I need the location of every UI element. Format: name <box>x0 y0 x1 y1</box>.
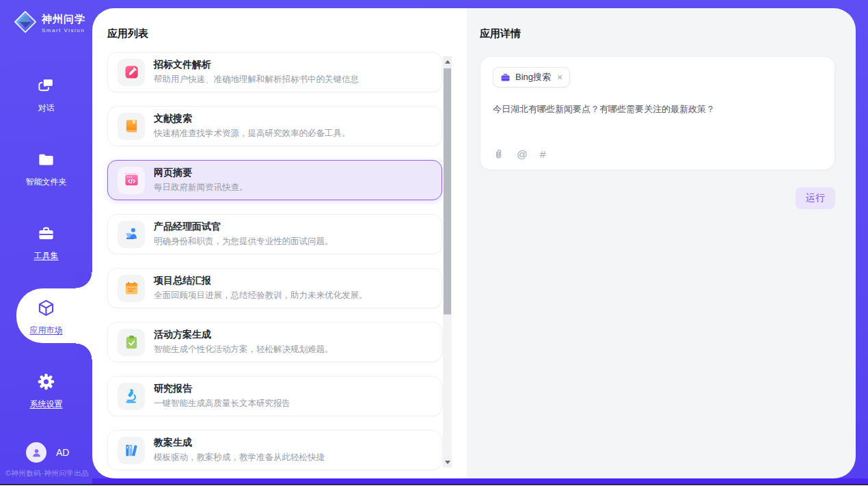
scrollbar-thumb[interactable] <box>444 68 451 314</box>
app-card-name: 项目总结汇报 <box>154 275 368 287</box>
interviewer-icon <box>118 221 145 248</box>
briefcase-icon <box>500 72 511 83</box>
mention-icon[interactable]: @ <box>517 149 528 160</box>
sidebar-item-label: 工具集 <box>0 250 92 262</box>
app-detail-panel: 应用详情 Bing搜索 × 今日湖北有哪些新闻要点？有哪些需要关注的最新政策？ <box>467 8 856 478</box>
app-card-desc: 一键智能生成高质量长文本研究报告 <box>154 398 290 409</box>
sidebar-item-settings[interactable]: 系统设置 <box>0 372 92 410</box>
app-card-desc: 全面回顾项目进展，总结经验教训，助力未来优化发展。 <box>154 290 368 301</box>
scroll-up-button[interactable] <box>443 56 452 67</box>
app-card-desc: 每日政府新闻资讯快查。 <box>154 182 248 193</box>
app-card-tender-analysis[interactable]: 招标文件解析 帮助用户快速、准确地理解和解析招标书中的关键信息 <box>107 52 442 92</box>
report-notepad-icon <box>118 275 145 302</box>
sidebar: 神州问学 Smart Vision 对话 智能文件夹 <box>0 0 92 484</box>
composer-toolbar: @ # <box>493 148 822 160</box>
books-icon <box>118 437 145 464</box>
sidebar-item-toolset[interactable]: 工具集 <box>0 224 92 262</box>
brand-logo: 神州问学 Smart Vision <box>14 10 85 36</box>
sidebar-item-label: 应用市场 <box>0 325 92 336</box>
sidebar-item-chat[interactable]: 对话 <box>0 77 92 114</box>
app-card-name: 网页摘要 <box>154 167 248 179</box>
app-card-name: 产品经理面试官 <box>154 221 334 233</box>
bottom-accent-band <box>92 478 868 484</box>
query-input[interactable]: 今日湖北有哪些新闻要点？有哪些需要关注的最新政策？ <box>493 103 822 148</box>
app-detail-title: 应用详情 <box>480 27 856 40</box>
app-card-desc: 明确身份和职责，为您提供专业性的面试问题。 <box>154 236 334 247</box>
bottom-divider-line <box>0 484 868 485</box>
cube-icon <box>37 299 55 317</box>
tool-tag-label: Bing搜索 <box>515 71 551 83</box>
app-card-event-plan[interactable]: 活动方案生成 智能生成个性化活动方案，轻松解决规划难题。 <box>107 322 442 362</box>
app-card-pm-interviewer[interactable]: 产品经理面试官 明确身份和职责，为您提供专业性的面试问题。 <box>107 214 442 254</box>
chat-icon <box>37 77 55 95</box>
microscope-icon <box>118 383 145 410</box>
app-cards: 招标文件解析 帮助用户快速、准确地理解和解析招标书中的关键信息 <box>107 52 442 470</box>
copyright-footer: ©神州数码·神州问学出品 <box>5 469 89 478</box>
sidebar-item-label: 智能文件夹 <box>0 176 92 188</box>
hash-icon[interactable]: # <box>540 149 546 160</box>
app-card-desc: 快速精准查找学术资源，提高研究效率的必备工具。 <box>154 128 351 139</box>
user-name: AD <box>56 447 69 458</box>
webpage-code-icon <box>118 167 145 194</box>
list-scrollbar[interactable] <box>443 56 452 467</box>
app-card-name: 招标文件解析 <box>154 59 359 71</box>
brand-subtitle: Smart Vision <box>42 27 85 33</box>
query-composer: Bing搜索 × 今日湖北有哪些新闻要点？有哪些需要关注的最新政策？ @ # <box>480 56 835 170</box>
avatar[interactable] <box>26 442 46 463</box>
clipboard-check-icon <box>118 329 145 356</box>
app-card-lesson-plan[interactable]: 教案生成 模板驱动，教案秒成，教学准备从此轻松快捷 <box>107 430 442 470</box>
app-card-name: 研究报告 <box>154 383 290 395</box>
app-card-name: 活动方案生成 <box>154 329 334 341</box>
folder-icon <box>37 150 55 169</box>
user-row: AD <box>26 442 69 463</box>
sidebar-item-app-market[interactable]: 应用市场 <box>0 299 92 336</box>
app-card-name: 文献搜索 <box>154 113 351 125</box>
app-card-desc: 模板驱动，教案秒成，教学准备从此轻松快捷 <box>154 452 325 463</box>
sidebar-item-label: 对话 <box>0 103 92 114</box>
attachment-icon[interactable] <box>493 148 504 160</box>
run-button[interactable]: 运行 <box>796 187 835 209</box>
app-window: 神州问学 Smart Vision 对话 智能文件夹 <box>0 0 868 488</box>
triangle-down-icon <box>445 461 450 464</box>
sidebar-item-label: 系统设置 <box>0 398 92 410</box>
main-content: 应用列表 招标文件解析 帮助用户快速、准确地理解和解析招标书中的关键信息 <box>92 8 856 478</box>
app-list-title: 应用列表 <box>107 27 467 40</box>
triangle-up-icon <box>445 60 450 64</box>
brand-diamond-icon <box>14 10 37 36</box>
close-icon[interactable]: × <box>557 72 562 82</box>
sidebar-item-smart-folder[interactable]: 智能文件夹 <box>0 150 92 188</box>
person-icon <box>31 447 42 459</box>
app-list-panel: 应用列表 招标文件解析 帮助用户快速、准确地理解和解析招标书中的关键信息 <box>92 8 467 478</box>
app-card-desc: 帮助用户快速、准确地理解和解析招标书中的关键信息 <box>154 74 359 85</box>
app-card-name: 教案生成 <box>154 437 325 449</box>
app-card-desc: 智能生成个性化活动方案，轻松解决规划难题。 <box>154 344 334 355</box>
app-card-webpage-summary[interactable]: 网页摘要 每日政府新闻资讯快查。 <box>107 160 442 200</box>
gear-icon <box>37 372 55 391</box>
brand-name: 神州问学 <box>42 13 85 25</box>
tool-tag-bing-search: Bing搜索 × <box>493 67 570 87</box>
tender-edit-icon <box>118 59 145 86</box>
scroll-down-button[interactable] <box>443 457 452 467</box>
briefcase-icon <box>37 224 55 243</box>
app-card-project-summary[interactable]: 项目总结汇报 全面回顾项目进展，总结经验教训，助力未来优化发展。 <box>107 268 442 308</box>
book-icon <box>118 113 145 140</box>
app-card-research-report[interactable]: 研究报告 一键智能生成高质量长文本研究报告 <box>107 376 442 416</box>
app-card-literature-search[interactable]: 文献搜索 快速精准查找学术资源，提高研究效率的必备工具。 <box>107 106 442 146</box>
run-row: 运行 <box>467 187 835 209</box>
